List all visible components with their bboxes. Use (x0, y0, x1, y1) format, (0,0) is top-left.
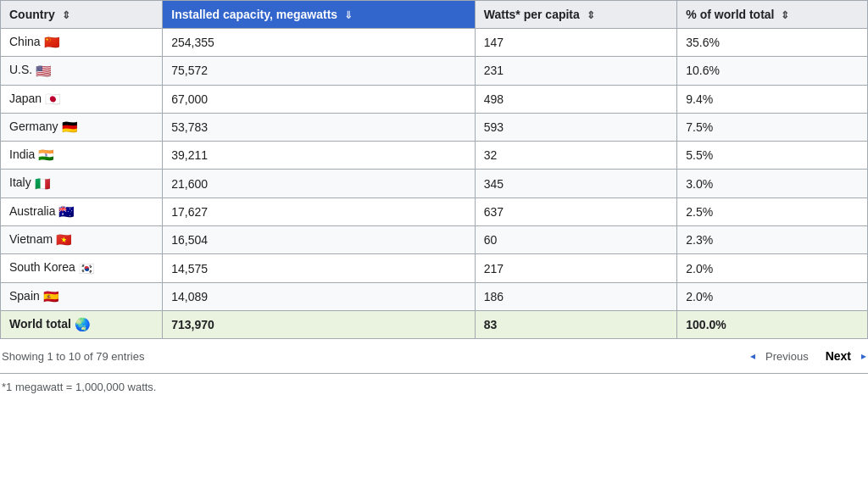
col-watts-sort-icon: ⇕ (587, 9, 595, 21)
cell-country: Japan🇯🇵 (1, 85, 163, 113)
cell-watts: 60 (475, 226, 677, 254)
cell-capacity: 14,575 (163, 254, 475, 282)
footnote: *1 megawatt = 1,000,000 watts. (0, 374, 868, 400)
cell-country: Vietnam🇻🇳 (1, 226, 163, 254)
country-name: India (9, 147, 35, 161)
total-country-name: World total (9, 317, 71, 331)
cell-country: South Korea🇰🇷 (1, 254, 163, 282)
country-name: Japan (9, 92, 42, 105)
col-world-total[interactable]: % of world total ⇕ (677, 1, 868, 29)
table-row: Germany🇩🇪53,7835937.5% (1, 113, 868, 141)
country-name: U.S. (9, 63, 32, 76)
table-row: South Korea🇰🇷14,5752172.0% (1, 254, 868, 282)
table-wrapper: Country ⇕ Installed capacity, megawatts … (0, 0, 868, 400)
cell-country: Italy🇮🇹 (1, 170, 163, 197)
col-country[interactable]: Country ⇕ (1, 1, 163, 29)
cell-capacity: 17,627 (163, 197, 475, 225)
country-name: Australia (9, 204, 55, 218)
cell-capacity: 39,211 (163, 142, 475, 170)
cell-country: Germany🇩🇪 (1, 113, 163, 141)
table-row: Japan🇯🇵67,0004989.4% (1, 85, 868, 113)
cell-watts: 217 (475, 254, 677, 282)
table-row: Vietnam🇻🇳16,504602.3% (1, 226, 868, 254)
country-name: South Korea (9, 260, 75, 274)
col-world-total-sort-icon: ⇕ (781, 9, 789, 21)
table-row: Italy🇮🇹21,6003453.0% (1, 170, 868, 197)
country-flag: 🇰🇷 (79, 261, 95, 276)
cell-capacity: 53,783 (163, 113, 475, 141)
cell-total-country: World total🌏 (1, 310, 163, 338)
country-flag: 🇪🇸 (43, 289, 59, 304)
table-row: U.S.🇺🇸75,57223110.6% (1, 57, 868, 85)
cell-world-total: 10.6% (677, 57, 868, 85)
table-row: India🇮🇳39,211325.5% (1, 142, 868, 170)
country-flag: 🇮🇹 (35, 176, 51, 192)
col-country-sort-icon: ⇕ (62, 9, 70, 21)
cell-capacity: 75,572 (163, 57, 475, 85)
previous-button[interactable]: Previous (759, 347, 815, 366)
country-name: Germany (9, 120, 58, 133)
cell-total-capacity: 713,970 (163, 310, 475, 338)
cell-watts: 498 (475, 85, 677, 113)
cell-capacity: 254,355 (163, 29, 475, 57)
col-capacity-label: Installed capacity, megawatts (171, 8, 337, 21)
cell-watts: 147 (475, 29, 677, 57)
country-flag: 🇦🇺 (58, 204, 75, 220)
cell-world-total: 3.0% (677, 170, 868, 197)
total-row: World total🌏713,97083100.0% (1, 310, 868, 338)
col-capacity[interactable]: Installed capacity, megawatts ⇓ (163, 1, 475, 29)
footnote-text: *1 megawatt = 1,000,000 watts. (2, 381, 156, 393)
next-button[interactable]: Next (819, 346, 858, 366)
table-row: Spain🇪🇸14,0891862.0% (1, 282, 868, 310)
pagination: ◂ Previous Next ▸ (750, 346, 866, 366)
table-row: China🇨🇳254,35514735.6% (1, 29, 868, 57)
col-world-total-label: % of world total (686, 8, 774, 21)
cell-watts: 186 (475, 282, 677, 310)
table-header-row: Country ⇕ Installed capacity, megawatts … (1, 1, 868, 29)
cell-world-total: 2.0% (677, 254, 868, 282)
country-flag: 🇮🇳 (38, 147, 54, 163)
cell-capacity: 67,000 (163, 85, 475, 113)
country-flag: 🇨🇳 (44, 35, 60, 50)
cell-capacity: 14,089 (163, 282, 475, 310)
cell-watts: 345 (475, 170, 677, 197)
country-flag: 🇩🇪 (62, 120, 78, 135)
next-arrow-icon: ▸ (861, 350, 866, 362)
col-watts[interactable]: Watts* per capita ⇕ (475, 1, 677, 29)
country-name: Spain (9, 289, 40, 303)
country-name: Vietnam (9, 232, 53, 246)
cell-watts: 593 (475, 113, 677, 141)
table-row: Australia🇦🇺17,6276372.5% (1, 197, 868, 225)
cell-world-total: 7.5% (677, 113, 868, 141)
country-flag: 🇻🇳 (56, 232, 72, 248)
cell-country: Spain🇪🇸 (1, 282, 163, 310)
cell-world-total: 35.6% (677, 29, 868, 57)
cell-watts: 32 (475, 142, 677, 170)
col-capacity-sort-icon: ⇓ (344, 9, 353, 21)
country-flag: 🇯🇵 (45, 92, 61, 107)
total-flag: 🌏 (75, 317, 91, 332)
cell-country: U.S.🇺🇸 (1, 57, 163, 85)
cell-watts: 231 (475, 57, 677, 85)
cell-total-watts: 83 (475, 310, 677, 338)
cell-capacity: 21,600 (163, 170, 475, 197)
col-country-label: Country (9, 8, 55, 21)
prev-arrow-icon: ◂ (750, 350, 755, 362)
cell-total-world: 100.0% (677, 310, 868, 338)
country-flag: 🇺🇸 (36, 64, 52, 79)
showing-text: Showing 1 to 10 of 79 entries (2, 350, 144, 363)
country-name: Italy (9, 175, 31, 189)
cell-country: China🇨🇳 (1, 29, 163, 57)
data-table: Country ⇕ Installed capacity, megawatts … (0, 0, 868, 339)
cell-world-total: 5.5% (677, 142, 868, 170)
cell-world-total: 2.0% (677, 282, 868, 310)
cell-world-total: 2.3% (677, 226, 868, 254)
country-name: China (9, 35, 41, 48)
cell-watts: 637 (475, 197, 677, 225)
col-watts-label: Watts* per capita (484, 8, 580, 21)
cell-country: India🇮🇳 (1, 142, 163, 170)
cell-capacity: 16,504 (163, 226, 475, 254)
table-footer: Showing 1 to 10 of 79 entries ◂ Previous… (0, 339, 868, 374)
cell-world-total: 9.4% (677, 85, 868, 113)
cell-country: Australia🇦🇺 (1, 197, 163, 225)
